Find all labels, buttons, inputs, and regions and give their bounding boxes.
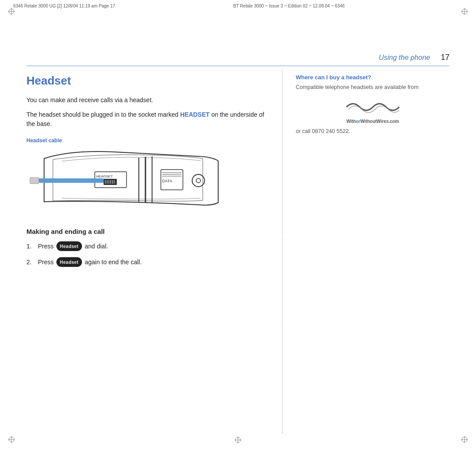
page-header: Using the phone 17 (26, 53, 450, 66)
body-paragraph-2: The headset should be plugged in to the … (26, 110, 269, 129)
sidebar-question: Where can I buy a headset? (296, 74, 450, 81)
body-paragraph-1: You can make and receive calls via a hea… (26, 96, 269, 105)
step-1-suffix: and dial. (85, 243, 108, 250)
right-column: Where can I buy a headset? Compatible te… (282, 70, 450, 433)
reg-mark-bottom-right (461, 436, 468, 443)
step-2-number: 2. (26, 259, 35, 266)
step-1-button: Headset (56, 241, 82, 251)
step-1: 1. Press Headset and dial. (26, 241, 269, 251)
step-2-prefix: Press (38, 259, 54, 266)
left-column: Headset You can make and receive calls v… (26, 70, 282, 433)
top-bar-center: BT Relate 3000 ~ Issue 3 ~ Edition 02 ~ … (233, 4, 345, 8)
bottom-center-reg-mark (234, 436, 242, 445)
top-bar-left: 6346 Relate 3000 UG [2] 12/8/04 11:19 am… (13, 4, 115, 8)
sidebar-text-before-logo: Compatible telephone headsets are availa… (296, 83, 450, 92)
top-bar: 6346 Relate 3000 UG [2] 12/8/04 11:19 am… (0, 4, 476, 8)
reg-mark-top-left (8, 8, 15, 15)
svg-point-33 (196, 178, 201, 183)
brand-logo-text: WithorWithoutWires.com (346, 119, 399, 124)
headset-title: Headset (26, 74, 269, 88)
section-title: Using the phone (379, 54, 430, 62)
brand-logo: WithorWithoutWires.com (296, 96, 450, 124)
subsection-title: Making and ending a call (26, 228, 269, 235)
step-2-button: Headset (56, 257, 82, 267)
step-2-suffix: again to end the call. (85, 259, 141, 266)
diagram-area: Headset cable DATA (26, 137, 269, 217)
svg-rect-30 (30, 177, 39, 184)
main-content: Headset You can make and receive calls v… (26, 70, 450, 433)
page-number: 17 (441, 53, 450, 62)
headset-highlight: HEADSET (180, 111, 210, 118)
reg-mark-bottom-left (8, 436, 15, 443)
steps-list: 1. Press Headset and dial. 2. Press Head… (26, 241, 269, 267)
step-1-prefix: Press (38, 243, 54, 250)
svg-text:HEADSET: HEADSET (96, 174, 113, 178)
reg-mark-top-right (461, 8, 468, 15)
step-2: 2. Press Headset again to end the call. (26, 257, 269, 267)
step-1-number: 1. (26, 243, 35, 250)
svg-text:DATA: DATA (162, 179, 172, 183)
diagram-svg: DATA HEADSET (26, 145, 269, 217)
page-header-right: Using the phone 17 (379, 53, 450, 62)
diagram-label: Headset cable (26, 137, 269, 144)
call-phone-text: or call 0870 240 5522. (296, 128, 450, 134)
body-text-prefix: The headset should be plugged in to the … (26, 111, 178, 118)
